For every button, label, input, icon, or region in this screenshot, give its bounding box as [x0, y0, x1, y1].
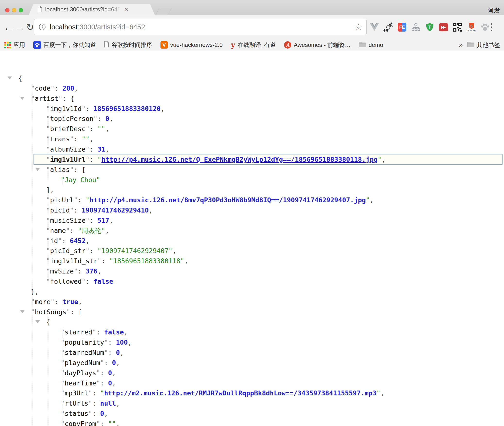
json-line: "dayPlays": 0,	[0, 368, 504, 378]
page-icon	[104, 41, 109, 49]
baidu-paw-icon	[33, 41, 41, 49]
json-line: "followed": false	[0, 276, 504, 287]
json-line: "briefDesc": "",	[0, 124, 504, 134]
json-url-link[interactable]: http://p4.music.126.net/8mv7qP30Pd3oHW8b…	[90, 196, 366, 204]
page-info-icon[interactable]	[39, 23, 46, 31]
youdao-icon: y	[231, 41, 235, 49]
collapse-toggle-icon[interactable]	[20, 310, 25, 313]
url-path: :3000/artists?id=6452	[77, 23, 145, 31]
json-line: "code": 200,	[0, 83, 504, 94]
forward-button[interactable]: →	[15, 15, 25, 39]
json-line: "popularity": 100,	[0, 337, 504, 348]
mac-minimize-button[interactable]	[12, 8, 16, 12]
json-line: "picId": 19097417462929410,	[0, 205, 504, 215]
tab-strip: localhost:3000/artists?id=645 × 阿发	[0, 0, 504, 15]
bookmark-star-icon[interactable]: ☆	[355, 23, 362, 31]
extension-row: 英en FE T ▶▶ 5 PLAYER	[370, 15, 490, 39]
json-line: "id": 6452,	[0, 236, 504, 246]
bookmark-item[interactable]: 谷歌按时间排序	[104, 41, 152, 49]
tab-close-icon[interactable]: ×	[124, 6, 128, 13]
bookmark-label: Awesomes - 前端资…	[294, 41, 351, 49]
browser-window: localhost:3000/artists?id=645 × 阿发 ← → ↻…	[0, 0, 504, 426]
json-line: "img1v1Url": "http://p4.music.126.net/Q_…	[0, 154, 504, 165]
awesomes-icon: A	[284, 41, 291, 49]
bookmark-item[interactable]: y在线翻译_有道	[231, 41, 276, 49]
json-line: "hearTime": 0,	[0, 378, 504, 388]
collapse-toggle-icon[interactable]	[20, 97, 25, 100]
collapse-toggle-icon[interactable]	[35, 168, 40, 171]
json-line: "starredNum": 0,	[0, 348, 504, 358]
video-speed-icon[interactable]: ▶▶	[439, 22, 448, 32]
json-line: "hotSongs": [	[0, 307, 504, 317]
mac-close-button[interactable]	[5, 8, 9, 12]
browser-tab[interactable]: localhost:3000/artists?id=645 ×	[29, 4, 155, 15]
json-line: "mp3Url": "http://m2.music.126.net/RMJR7…	[0, 388, 504, 398]
json-line: "playedNum": 0,	[0, 358, 504, 368]
json-line: "mvSize": 376,	[0, 266, 504, 276]
json-line: "alias": [	[0, 165, 504, 175]
collapse-toggle-icon[interactable]	[35, 320, 40, 323]
url-host: localhost	[50, 23, 77, 31]
json-url-link[interactable]: http://p4.music.126.net/Q_ExePNkmgB2yWyL…	[101, 156, 378, 163]
back-button[interactable]: ←	[3, 15, 14, 39]
json-line: {	[0, 73, 504, 83]
bookmark-item[interactable]: AAwesomes - 前端资…	[284, 41, 351, 49]
browser-menu-icon[interactable]	[491, 15, 492, 39]
translate-icon[interactable]: 英en	[383, 22, 393, 32]
browser-toolbar: ← → ↻ localhost:3000/artists?id=6452 ☆ 英…	[0, 15, 504, 39]
vue-devtools-icon[interactable]	[370, 22, 379, 32]
tampermonkey-shield-icon[interactable]: T	[425, 22, 435, 32]
bookmark-label: 在线翻译_有道	[238, 41, 276, 49]
bookmark-label: 应用	[13, 41, 25, 49]
json-line: "img1v1Id_str": "18569651883380118",	[0, 256, 504, 266]
json-line: "copyFrom": "",	[0, 419, 504, 426]
folder-icon	[467, 41, 474, 49]
qr-code-icon[interactable]	[453, 22, 462, 32]
bookmark-label: vue-hackernews-2.0	[170, 42, 223, 48]
html5-player-icon[interactable]: 5 PLAYER	[466, 22, 476, 32]
bookmark-label: 谷歌按时间排序	[111, 41, 152, 49]
json-line: {	[0, 317, 504, 327]
fe-helper-icon[interactable]: FE	[397, 22, 407, 32]
reload-button[interactable]: ↻	[25, 15, 35, 39]
svg-text:5: 5	[470, 24, 472, 28]
json-line: "picUrl": "http://p4.music.126.net/8mv7q…	[0, 195, 504, 205]
bookmark-item[interactable]: Vvue-hackernews-2.0	[160, 41, 223, 49]
json-line: "img1v1Id": 18569651883380120,	[0, 104, 504, 114]
json-url-link[interactable]: http://m2.music.126.net/RMJR7wDullRqppBk…	[104, 389, 377, 397]
svg-text:T: T	[428, 25, 431, 30]
json-line: "musicSize": 517,	[0, 215, 504, 226]
paw-icon[interactable]	[480, 22, 490, 32]
json-line: "name": "周杰伦",	[0, 226, 504, 236]
bookmark-item[interactable]: demo	[359, 41, 383, 49]
other-bookmarks-folder[interactable]: 其他书签	[467, 41, 500, 49]
bookmark-label: 百度一下，你就知道	[43, 41, 96, 49]
folder-icon	[359, 41, 366, 49]
browser-profile-name[interactable]: 阿发	[487, 6, 500, 15]
mac-maximize-button[interactable]	[19, 8, 23, 12]
json-viewer: {"code": 200,"artist": {"img1v1Id": 1856…	[0, 51, 504, 426]
apps-grid-icon	[4, 42, 11, 48]
json-line: "status": 0,	[0, 409, 504, 419]
address-bar[interactable]: localhost:3000/artists?id=6452 ☆	[34, 19, 367, 35]
json-line: "trans": "",	[0, 134, 504, 144]
json-line: "picId_str": "19097417462929407",	[0, 246, 504, 256]
json-line: "albumSize": 31,	[0, 144, 504, 154]
json-line: "more": true,	[0, 297, 504, 307]
json-line: "artist": {	[0, 94, 504, 104]
json-line: "topicPerson": 0,	[0, 114, 504, 124]
sitemap-icon[interactable]	[411, 22, 421, 32]
page-icon	[37, 6, 42, 13]
tab-title: localhost:3000/artists?id=645	[45, 6, 121, 13]
json-line: ],	[0, 185, 504, 195]
bookmark-item[interactable]: 百度一下，你就知道	[33, 41, 96, 49]
bookmarks-bar: 应用百度一下，你就知道谷歌按时间排序Vvue-hackernews-2.0y在线…	[0, 39, 504, 51]
url-text[interactable]: localhost:3000/artists?id=6452	[50, 23, 355, 31]
bookmark-label: demo	[369, 42, 383, 48]
json-line: "rtUrls": null,	[0, 398, 504, 409]
json-line: "starred": false,	[0, 327, 504, 337]
new-tab-button[interactable]	[155, 8, 172, 15]
collapse-toggle-icon[interactable]	[8, 77, 12, 79]
bookmark-item[interactable]: 应用	[4, 41, 25, 49]
bookmarks-overflow-icon[interactable]: »	[459, 41, 463, 49]
